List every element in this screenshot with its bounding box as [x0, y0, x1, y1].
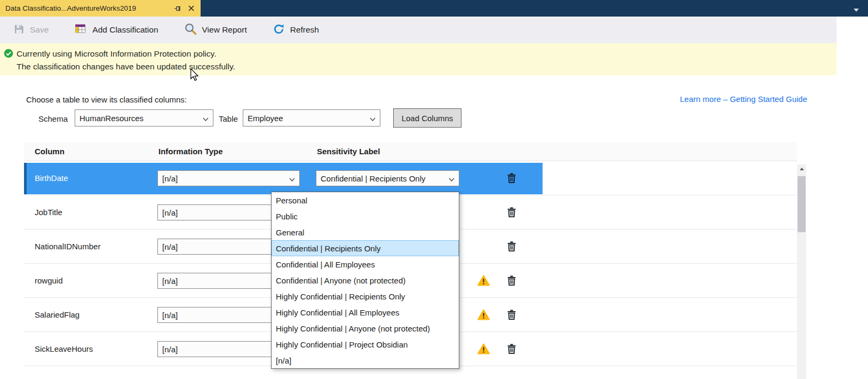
trash-icon[interactable]: [507, 275, 516, 286]
view-report-magnifier-icon: [184, 22, 197, 37]
dropdown-item[interactable]: Public: [272, 208, 459, 224]
column-name: JobTitle: [35, 195, 62, 229]
refresh-icon: [273, 23, 285, 37]
document-tab[interactable]: Data Classificatio...AdventureWorks2019: [0, 0, 201, 17]
information-type-select[interactable]: [n/a]: [157, 170, 300, 186]
scrollbar-up-arrow-icon[interactable]: [797, 164, 806, 173]
warning-triangle-icon: [477, 343, 490, 354]
sensitivity-label-select[interactable]: Confidential | Recipients Only: [316, 170, 459, 186]
success-check-icon: [4, 49, 13, 60]
trash-icon[interactable]: [507, 310, 516, 320]
scrollbar-thumb[interactable]: [798, 176, 806, 232]
refresh-button[interactable]: Refresh: [266, 19, 326, 41]
table-label: Table: [219, 114, 238, 123]
dropdown-item[interactable]: Confidential | Anyone (not protected): [272, 272, 459, 288]
information-type-value: [n/a]: [162, 242, 178, 251]
status-banner: Currently using Microsoft Information Pr…: [0, 43, 837, 75]
trash-icon[interactable]: [507, 241, 516, 251]
load-columns-button[interactable]: Load Columns: [393, 108, 461, 128]
table-selected-value: Employee: [248, 114, 283, 123]
table-row[interactable]: BirthDate [n/a] Confidential | Recipient…: [24, 161, 797, 195]
toolbar: Save Add Classification: [0, 17, 837, 43]
document-tab-bar: Data Classificatio...AdventureWorks2019: [0, 0, 868, 17]
dropdown-item[interactable]: Highly Confidential | Project Obsidian: [272, 336, 459, 352]
close-icon[interactable]: [187, 4, 195, 13]
view-report-button[interactable]: View Report: [177, 19, 254, 41]
schema-selected-value: HumanResources: [79, 114, 144, 123]
schema-label: Schema: [38, 114, 68, 123]
save-floppy-icon: [13, 23, 25, 37]
view-report-label: View Report: [202, 25, 247, 35]
pin-icon[interactable]: [173, 4, 182, 13]
dropdown-item[interactable]: General: [272, 224, 459, 240]
data-classification-window: Data Classificatio...AdventureWorks2019: [0, 0, 868, 379]
warning-triangle-icon: [477, 309, 490, 320]
dropdown-item[interactable]: [n/a]: [272, 352, 459, 368]
column-name: SickLeaveHours: [35, 332, 93, 366]
combo-chevron-icon: [289, 174, 295, 183]
learn-more-link[interactable]: Learn more – Getting Started Guide: [680, 94, 807, 104]
sensitivity-label-value: Confidential | Recipients Only: [321, 174, 426, 183]
add-classification-label: Add Classification: [92, 25, 158, 35]
information-type-value: [n/a]: [162, 174, 178, 183]
column-name: rowguid: [35, 264, 63, 297]
selected-row-accent: [24, 163, 27, 194]
dropdown-item[interactable]: Highly Confidential | All Employees: [272, 304, 459, 320]
add-classification-table-icon: [74, 22, 87, 37]
column-name: BirthDate: [35, 161, 68, 195]
header-column: Column: [35, 147, 65, 156]
column-name: NationalIDNumber: [35, 230, 100, 263]
tab-list-chevron-icon[interactable]: [853, 5, 859, 14]
information-type-value: [n/a]: [162, 311, 178, 320]
trash-icon[interactable]: [507, 344, 516, 354]
dropdown-item[interactable]: Personal: [272, 192, 459, 208]
header-sensitivity-label: Sensitivity Label: [317, 147, 380, 156]
dropdown-item-highlighted[interactable]: Confidential | Recipients Only: [272, 240, 459, 256]
refresh-label: Refresh: [290, 25, 319, 35]
combo-chevron-icon: [370, 114, 376, 123]
information-type-value: [n/a]: [162, 277, 178, 286]
save-label: Save: [30, 25, 49, 35]
warning-triangle-icon: [477, 275, 490, 286]
choose-table-prompt: Choose a table to view its classified co…: [26, 95, 187, 104]
document-tab-title: Data Classificatio...AdventureWorks2019: [5, 4, 169, 12]
information-type-value: [n/a]: [162, 345, 178, 354]
save-button[interactable]: Save: [6, 19, 55, 41]
grid-vertical-scrollbar[interactable]: [797, 164, 806, 379]
information-type-value: [n/a]: [162, 208, 178, 217]
dropdown-item[interactable]: Confidential | All Employees: [272, 256, 459, 272]
dropdown-item[interactable]: Highly Confidential | Anyone (not protec…: [272, 320, 459, 336]
column-name: SalariedFlag: [35, 298, 79, 331]
sensitivity-dropdown-list: Personal Public General Confidential | R…: [271, 192, 459, 369]
banner-line-1: Currently using Microsoft Information Pr…: [17, 48, 235, 60]
banner-line-2: The classification changes have been upd…: [17, 60, 235, 73]
trash-icon[interactable]: [507, 207, 516, 217]
add-classification-button[interactable]: Add Classification: [67, 19, 165, 41]
dropdown-item[interactable]: Highly Confidential | Recipients Only: [272, 288, 459, 304]
schema-select[interactable]: HumanResources: [75, 109, 213, 127]
combo-chevron-icon: [449, 174, 455, 183]
grid-header-row: Column Information Type Sensitivity Labe…: [24, 142, 797, 161]
header-information-type: Information Type: [158, 147, 223, 156]
combo-chevron-icon: [203, 114, 209, 123]
trash-icon[interactable]: [507, 173, 516, 183]
table-select[interactable]: Employee: [243, 109, 380, 127]
